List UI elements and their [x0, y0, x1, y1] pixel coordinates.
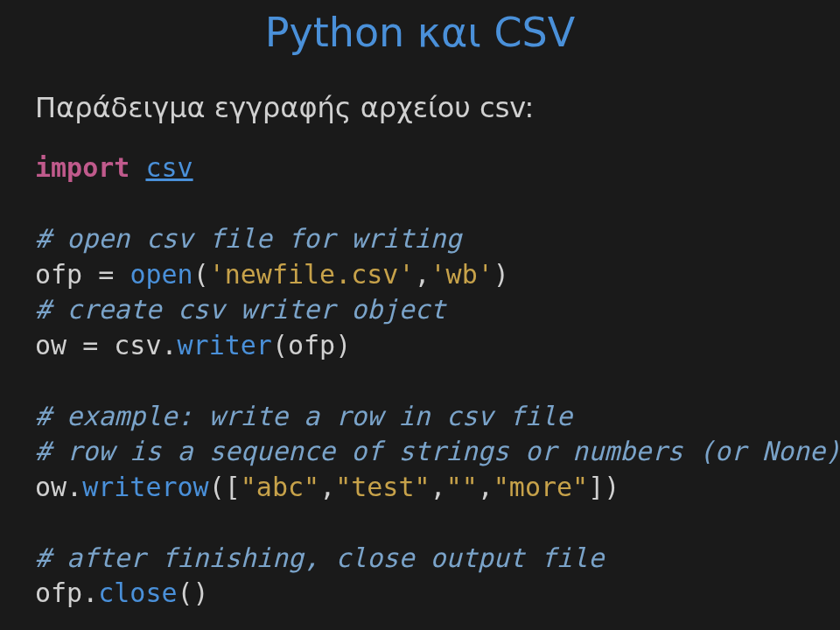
fn-writer: writer [178, 330, 272, 360]
module-csv: csv [145, 152, 192, 183]
comment-create-writer: # create csv writer object [35, 294, 446, 325]
comma: , [319, 472, 335, 502]
comment-close: # after finishing, close output file [35, 542, 604, 573]
string-mode: 'wb' [430, 259, 494, 290]
comma: , [430, 472, 446, 502]
code-text: ofp = [35, 259, 130, 290]
fn-close: close [98, 578, 177, 608]
paren: ) [494, 259, 509, 290]
paren: ]) [588, 472, 620, 502]
comma: , [415, 259, 430, 290]
comma: , [478, 472, 494, 502]
paren: ( [193, 259, 209, 290]
code-text: ow = csv. [35, 330, 178, 360]
slide-title: Python και CSV [158, 9, 682, 56]
code-block: import csv # open csv file for writing o… [35, 150, 805, 612]
comment-row-desc: # row is a sequence of strings or number… [35, 436, 840, 466]
code-text: ow. [35, 472, 82, 502]
string-filename: 'newfile.csv' [209, 259, 415, 290]
string-abc: "abc" [241, 472, 319, 502]
comment-open-file: # open csv file for writing [35, 223, 462, 254]
string-more: "more" [494, 472, 588, 502]
fn-open: open [130, 259, 192, 290]
slide: Python και CSV Παράδειγμα εγγραφής αρχεί… [0, 0, 840, 630]
keyword-import: import [35, 152, 130, 183]
paren: (ofp) [272, 330, 351, 360]
code-text: ofp. [35, 578, 98, 608]
string-empty: "" [446, 472, 478, 502]
comment-example: # example: write a row in csv file [35, 401, 572, 431]
paren: () [178, 578, 209, 608]
paren: ([ [209, 472, 241, 502]
slide-subtitle: Παράδειγμα εγγραφής αρχείου csv: [35, 91, 805, 124]
string-test: "test" [335, 472, 430, 502]
fn-writerow: writerow [82, 472, 209, 502]
